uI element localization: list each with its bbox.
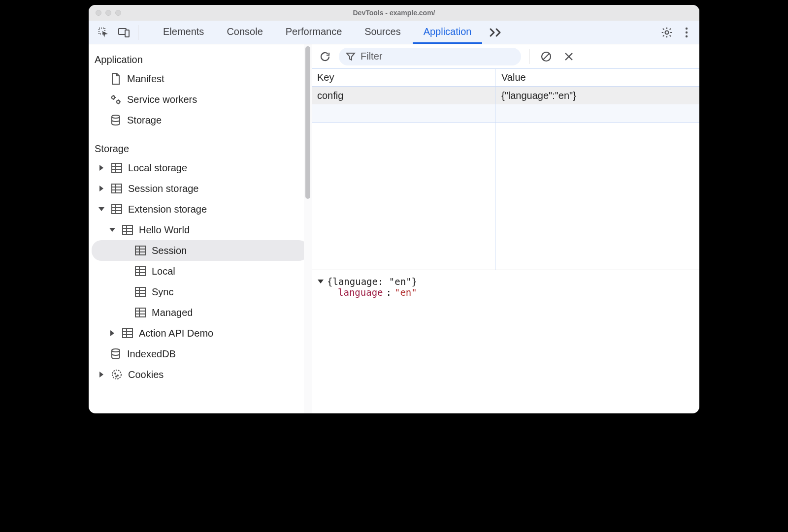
preview-summary: {language: "en"} xyxy=(327,276,417,287)
chevron-right-icon xyxy=(98,185,105,192)
sidebar-item-cookies[interactable]: Cookies xyxy=(89,364,312,385)
chevron-right-icon xyxy=(98,371,105,378)
section-application-title: Application xyxy=(89,49,312,68)
column-header-key[interactable]: Key xyxy=(312,69,495,86)
window-titlebar: DevTools - example.com/ xyxy=(89,5,699,21)
preview-property-key: language xyxy=(338,287,383,298)
svg-marker-15 xyxy=(99,186,103,191)
table-icon xyxy=(110,182,123,195)
settings-gear-icon[interactable] xyxy=(658,24,676,41)
sidebar-item-label: Managed xyxy=(152,307,193,318)
svg-rect-30 xyxy=(135,246,145,255)
sidebar-item-manifest[interactable]: Manifest xyxy=(89,68,312,89)
cell-value: {"language":"en"} xyxy=(495,87,699,104)
tab-console[interactable]: Console xyxy=(216,21,273,44)
sidebar-scrollbar[interactable] xyxy=(304,44,312,413)
filter-toolbar: Filter xyxy=(312,44,699,69)
sidebar-item-action-api-demo[interactable]: Action API Demo xyxy=(89,323,312,344)
svg-marker-57 xyxy=(347,53,355,60)
svg-marker-52 xyxy=(99,372,103,377)
svg-point-5 xyxy=(686,31,688,33)
zoom-window-dot[interactable] xyxy=(115,10,121,16)
more-tabs-chevron-icon[interactable] xyxy=(485,28,507,37)
storage-table: Key Value config {"language":"en"} xyxy=(312,69,699,270)
preview-property-line[interactable]: language: "en" xyxy=(338,287,694,298)
storage-table-row[interactable]: config {"language":"en"} xyxy=(312,87,699,104)
tab-sources[interactable]: Sources xyxy=(354,21,411,44)
sidebar-item-label: Hello World xyxy=(139,224,190,236)
storage-table-row-empty[interactable] xyxy=(312,104,699,122)
cell-value xyxy=(495,104,699,122)
clear-all-icon[interactable] xyxy=(537,48,555,65)
more-vert-icon[interactable] xyxy=(678,24,695,41)
filter-placeholder: Filter xyxy=(361,51,382,62)
svg-rect-38 xyxy=(135,287,145,296)
devtools-window: DevTools - example.com/ Elements Console… xyxy=(89,5,699,413)
sidebar-item-local-storage[interactable]: Local storage xyxy=(89,157,312,178)
tab-application[interactable]: Application xyxy=(413,21,483,44)
close-window-dot[interactable] xyxy=(96,10,101,16)
filter-input[interactable]: Filter xyxy=(339,48,521,65)
table-icon xyxy=(121,223,134,236)
table-icon xyxy=(134,306,147,319)
toolbar-divider xyxy=(529,49,529,64)
sidebar-item-label: Manifest xyxy=(127,73,164,85)
svg-rect-2 xyxy=(125,30,129,37)
sidebar-item-label: Action API Demo xyxy=(139,328,213,339)
sidebar-item-local[interactable]: Local xyxy=(89,261,312,282)
svg-point-56 xyxy=(116,376,117,377)
svg-point-3 xyxy=(665,31,669,34)
database-icon xyxy=(109,114,122,126)
table-icon xyxy=(134,244,147,257)
chevron-down-icon xyxy=(108,227,116,233)
svg-rect-21 xyxy=(112,205,122,214)
svg-line-59 xyxy=(543,54,549,60)
main-content: Application Manifest xyxy=(89,44,699,413)
refresh-icon[interactable] xyxy=(316,48,334,65)
svg-marker-20 xyxy=(98,207,104,211)
device-toolbar-icon[interactable] xyxy=(115,24,133,41)
table-icon xyxy=(121,327,134,340)
toolbar-divider xyxy=(138,25,138,40)
svg-point-51 xyxy=(112,349,120,352)
svg-rect-42 xyxy=(135,308,145,317)
sidebar-item-sync[interactable]: Sync xyxy=(89,282,312,302)
database-icon xyxy=(109,347,122,360)
svg-marker-62 xyxy=(318,280,324,283)
delete-selected-icon[interactable] xyxy=(560,48,578,65)
storage-pane: Filter Key Value config {"language":"en"… xyxy=(312,44,699,413)
svg-rect-26 xyxy=(123,225,132,234)
sidebar-item-hello-world[interactable]: Hello World xyxy=(89,219,312,240)
sidebar-item-session-storage[interactable]: Session storage xyxy=(89,178,312,199)
cell-key: config xyxy=(312,87,495,104)
sidebar-item-extension-storage[interactable]: Extension storage xyxy=(89,199,312,219)
sidebar-item-indexeddb[interactable]: IndexedDB xyxy=(89,344,312,364)
tab-elements[interactable]: Elements xyxy=(152,21,215,44)
table-icon xyxy=(110,161,123,174)
sidebar-item-label: Cookies xyxy=(128,369,164,380)
sidebar-item-label: Local xyxy=(152,266,175,277)
preview-summary-line[interactable]: {language: "en"} xyxy=(317,276,694,287)
inspect-element-icon[interactable] xyxy=(95,24,112,41)
sidebar-item-session[interactable]: Session xyxy=(92,240,309,261)
sidebar: Application Manifest xyxy=(89,44,312,413)
svg-rect-47 xyxy=(123,329,132,338)
preview-property-value: "en" xyxy=(394,287,417,298)
sidebar-scrollbar-thumb[interactable] xyxy=(305,46,310,199)
sidebar-item-service-workers[interactable]: Service workers xyxy=(89,89,312,110)
table-icon xyxy=(134,265,147,278)
svg-point-6 xyxy=(686,35,688,37)
svg-marker-46 xyxy=(110,330,114,336)
toolbar-right xyxy=(658,24,695,41)
value-preview: {language: "en"} language: "en" xyxy=(312,270,699,413)
sidebar-item-label: IndexedDB xyxy=(127,348,176,360)
storage-table-header: Key Value xyxy=(312,69,699,87)
section-storage-title: Storage xyxy=(89,138,312,157)
column-header-value[interactable]: Value xyxy=(495,69,699,86)
minimize-window-dot[interactable] xyxy=(105,10,111,16)
tab-performance[interactable]: Performance xyxy=(275,21,353,44)
sidebar-item-managed[interactable]: Managed xyxy=(89,302,312,323)
window-title: DevTools - example.com/ xyxy=(89,9,699,17)
sidebar-item-label: Session xyxy=(152,245,187,256)
sidebar-item-storage-top[interactable]: Storage xyxy=(89,110,312,130)
